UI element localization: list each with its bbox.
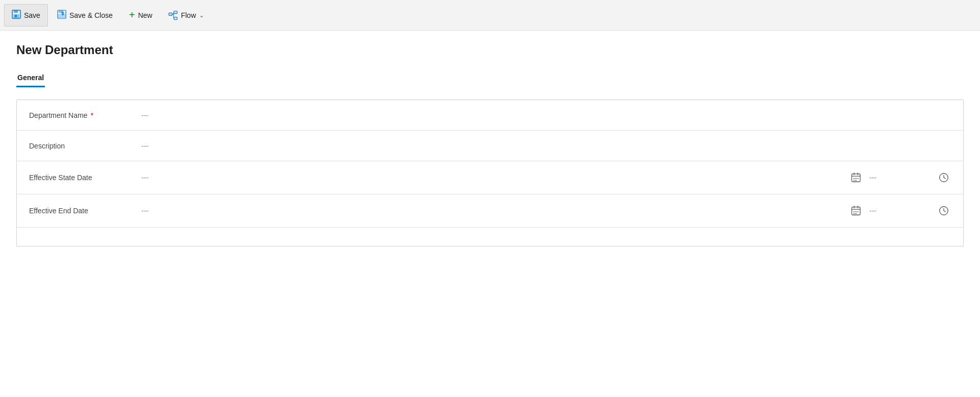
svg-rect-12 (855, 178, 856, 179)
effective-end-date-right: --- (849, 204, 951, 218)
effective-end-date-calendar-icon[interactable] (849, 204, 863, 218)
svg-rect-15 (855, 180, 856, 181)
department-name-label: Department Name * (29, 111, 141, 119)
department-name-value[interactable]: --- (141, 111, 951, 119)
svg-rect-9 (174, 17, 177, 19)
new-label: New (138, 11, 152, 19)
svg-rect-8 (174, 11, 177, 14)
save-label: Save (24, 11, 40, 19)
svg-rect-11 (853, 178, 854, 179)
effective-state-date-label: Effective State Date (29, 173, 141, 182)
effective-state-date-calendar-icon[interactable] (849, 170, 863, 185)
field-row-effective-end-date: Effective End Date --- (17, 194, 963, 228)
svg-rect-7 (169, 13, 172, 15)
field-row-department-name: Department Name * --- (17, 100, 963, 131)
effective-end-date-label: Effective End Date (29, 207, 141, 215)
effective-state-date-right: --- (849, 170, 951, 185)
new-button[interactable]: + New (122, 4, 160, 27)
toolbar: Save Save & Close + New Flow ⌄ (0, 0, 980, 31)
effective-end-date-value[interactable]: --- (141, 207, 203, 215)
description-value[interactable]: --- (141, 142, 951, 150)
svg-rect-22 (855, 213, 856, 214)
svg-rect-21 (853, 213, 854, 214)
effective-end-time-value[interactable]: --- (869, 207, 930, 215)
main-content: New Department General Department Name *… (0, 31, 980, 259)
effective-state-time-value[interactable]: --- (869, 173, 930, 182)
svg-rect-3 (15, 15, 17, 17)
flow-button[interactable]: Flow ⌄ (161, 4, 211, 27)
flow-chevron-icon: ⌄ (199, 12, 204, 19)
effective-state-date-value[interactable]: --- (141, 173, 203, 182)
save-icon (12, 10, 21, 21)
svg-rect-18 (853, 211, 854, 212)
effective-end-time-icon[interactable] (937, 204, 951, 218)
flow-label: Flow (181, 11, 196, 19)
effective-state-date-group: --- (141, 170, 951, 185)
svg-rect-14 (853, 180, 854, 181)
svg-rect-20 (857, 211, 859, 212)
description-label: Description (29, 142, 141, 150)
effective-end-date-group: --- (141, 204, 951, 218)
svg-rect-1 (14, 10, 18, 13)
tab-general[interactable]: General (16, 69, 45, 87)
save-button[interactable]: Save (4, 4, 48, 27)
flow-icon (168, 10, 178, 20)
tab-bar: General (16, 69, 964, 87)
effective-state-time-icon[interactable] (937, 170, 951, 185)
field-row-effective-state-date: Effective State Date --- (17, 161, 963, 194)
field-row-description: Description --- (17, 131, 963, 161)
form-container: Department Name * --- Description --- Ef… (16, 100, 964, 246)
save-close-label: Save & Close (69, 11, 113, 19)
plus-icon: + (129, 9, 135, 21)
required-indicator: * (90, 111, 93, 119)
svg-rect-13 (857, 178, 859, 179)
svg-rect-19 (855, 211, 856, 212)
save-close-icon (57, 10, 66, 21)
save-close-button[interactable]: Save & Close (50, 4, 120, 27)
page-title: New Department (16, 43, 964, 57)
form-bottom-spacer (17, 228, 963, 246)
